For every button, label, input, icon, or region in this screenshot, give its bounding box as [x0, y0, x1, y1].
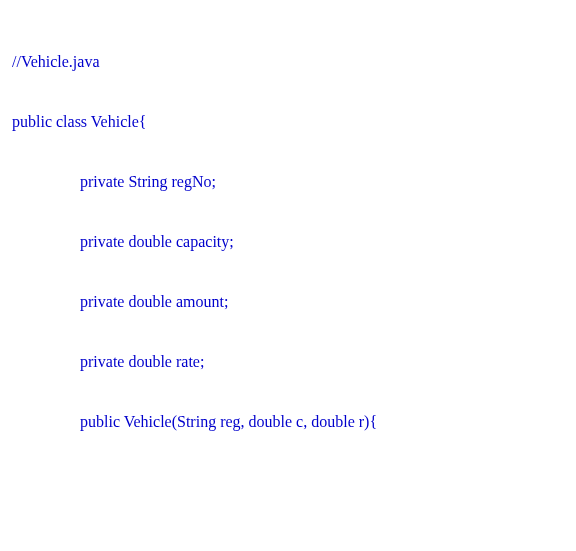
code-line-field: private double capacity; [12, 232, 564, 252]
code-line-field: private double rate; [12, 352, 564, 372]
code-line-field: private double amount; [12, 292, 564, 312]
code-line-comment: //Vehicle.java [12, 52, 564, 72]
code-line-blank [12, 532, 564, 551]
code-line-field: private String regNo; [12, 172, 564, 192]
code-line-constructor: public Vehicle(String reg, double c, dou… [12, 412, 564, 432]
code-line-class-decl: public class Vehicle{ [12, 112, 564, 132]
code-block: //Vehicle.java public class Vehicle{ pri… [12, 12, 564, 551]
code-line-blank [12, 472, 564, 492]
